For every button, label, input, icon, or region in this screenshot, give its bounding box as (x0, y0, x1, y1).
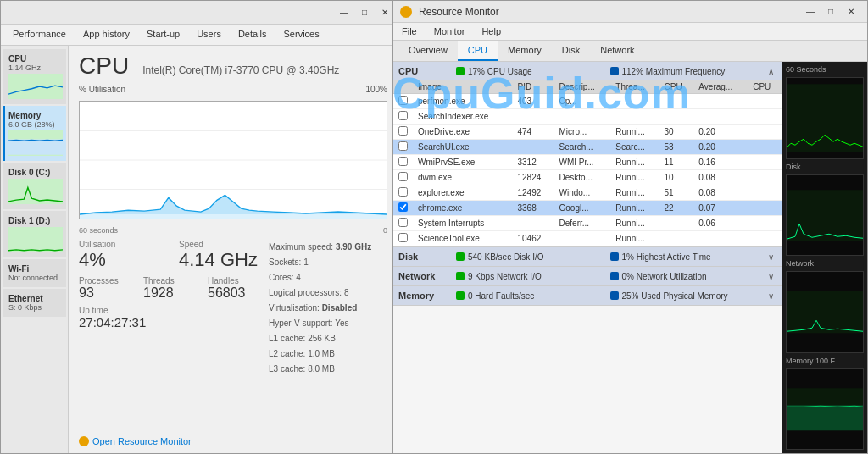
rm-menu-help[interactable]: Help (478, 25, 504, 38)
row-checkbox[interactable] (393, 216, 413, 231)
rm-cpu-expand-icon[interactable]: ∧ (764, 64, 777, 78)
cpu-table-row[interactable]: WmiPrvSE.exe 3312 WMI Pr... Runni... 11 … (393, 155, 782, 170)
tab-users[interactable]: Users (188, 25, 230, 45)
row-checkbox[interactable] (393, 94, 413, 109)
col-desc[interactable]: Descrip... (554, 80, 611, 94)
col-image[interactable]: Image (413, 80, 512, 94)
row-cpu2 (748, 231, 782, 246)
tm-cpu-panel: CPU Intel(R) Core(TM) i7-3770 CPU @ 3.40… (69, 46, 398, 453)
tab-details[interactable]: Details (230, 25, 275, 45)
sidebar-item-wifi[interactable]: Wi-Fi Not connected (3, 259, 66, 287)
tab-app-history[interactable]: App history (75, 25, 138, 45)
cpu-right-graph (786, 77, 864, 159)
row-checkbox[interactable] (393, 109, 413, 125)
rm-disk-expand-icon[interactable]: ∨ (764, 250, 777, 263)
row-checkbox[interactable] (393, 170, 413, 185)
row-image: dwm.exe (413, 170, 512, 185)
cpu-table-row[interactable]: SearchIndexer.exe (393, 109, 782, 125)
maximize-button[interactable]: □ (355, 5, 374, 20)
col-threads[interactable]: Threa... (610, 80, 659, 94)
cpu-table-row[interactable]: dwm.exe 12824 Deskto... Runni... 10 0.08 (393, 170, 782, 185)
rm-tab-overview[interactable]: Overview (398, 41, 458, 61)
sidebar-item-disk0[interactable]: Disk 0 (C:) (3, 163, 66, 209)
cpu-table-row[interactable]: explorer.exe 12492 Windo... Runni... 51 … (393, 185, 782, 201)
rm-disk-header[interactable]: Disk 540 KB/sec Disk I/O 1% Highest Acti… (393, 247, 782, 266)
row-desc: Deskto... (554, 170, 611, 185)
row-cpu2 (748, 216, 782, 231)
cpu-table-row[interactable]: OneDrive.exe 474 Micro... Runni... 30 0.… (393, 125, 782, 140)
network-graph-area (786, 271, 864, 353)
rm-cpu-section-header[interactable]: CPU 17% CPU Usage 112% Maximum Frequency… (393, 62, 782, 80)
sidebar-item-memory[interactable]: Memory 6.0 GB (28%) (3, 106, 66, 161)
row-avg (693, 231, 748, 246)
minimize-button[interactable]: — (335, 5, 353, 20)
cpu-table-row[interactable]: chrome.exe 3368 Googl... Runni... 22 0.0… (393, 201, 782, 216)
close-button[interactable]: ✕ (376, 5, 394, 20)
row-image: perfmon.exe (413, 94, 512, 109)
cpu-table-row[interactable]: System Interrupts - Deferr... Runni... 0… (393, 216, 782, 231)
rm-tab-cpu[interactable]: CPU (458, 41, 498, 61)
cpu-table-row[interactable]: perfmon.exe 403 Cp... (393, 94, 782, 109)
rm-network-header[interactable]: Network 9 Kbps Network I/O 0% Network Ut… (393, 267, 782, 285)
col-pid[interactable]: PID (512, 80, 554, 94)
row-cpu2 (748, 201, 782, 216)
rm-memory-header[interactable]: Memory 0 Hard Faults/sec 25% Used Physic… (393, 286, 782, 305)
row-checkbox[interactable] (393, 201, 413, 216)
row-avg (693, 109, 748, 125)
rm-tab-network[interactable]: Network (590, 41, 644, 61)
tm-sidebar: CPU 1.14 GHz Memory 6.0 GB (28%) (1, 46, 69, 453)
row-cpu2 (748, 109, 782, 125)
rm-tab-memory[interactable]: Memory (498, 41, 552, 61)
tab-performance[interactable]: Performance (4, 25, 75, 45)
memory-mini-graph (8, 130, 63, 156)
row-checkbox[interactable] (393, 140, 413, 155)
row-cpu2 (748, 125, 782, 140)
rm-menu-file[interactable]: File (398, 25, 420, 38)
rm-app-icon (400, 6, 412, 18)
graph-memory-label: Memory 100 F (786, 357, 864, 365)
row-cpu: 30 (659, 125, 694, 140)
cpu-process-table: Image PID Descrip... Threa... CPU Averag… (393, 80, 782, 246)
col-avg[interactable]: Averag... (693, 80, 748, 94)
row-checkbox[interactable] (393, 185, 413, 201)
utilisation-stat: Utilisation 4% (79, 240, 169, 271)
sidebar-item-ethernet[interactable]: Ethernet S: 0 Kbps (3, 289, 66, 317)
rm-maximize-button[interactable]: □ (821, 4, 840, 19)
rm-network-expand-icon[interactable]: ∨ (764, 269, 777, 283)
sidebar-item-cpu[interactable]: CPU 1.14 GHz (3, 49, 66, 104)
rm-minimize-button[interactable]: — (801, 4, 820, 19)
cpu-indicator-dot2 (610, 67, 619, 75)
row-image: OneDrive.exe (413, 125, 512, 140)
row-avg: 0.08 (693, 185, 748, 201)
memory-right-graph (786, 368, 864, 451)
row-threads: Runni... (610, 201, 659, 216)
cpu-table-row[interactable]: SearchUI.exe Search... Searc... 53 0.20 (393, 140, 782, 155)
row-checkbox[interactable] (393, 125, 413, 140)
svg-rect-0 (8, 139, 63, 154)
row-avg: 0.07 (693, 201, 748, 216)
cpu-table-row[interactable]: ScienceTool.exe 10462 Runni... (393, 231, 782, 246)
rm-cpu-indicator2: 112% Maximum Frequency (610, 67, 758, 76)
rm-close-button[interactable]: ✕ (842, 4, 860, 19)
row-cpu: 10 (659, 170, 694, 185)
rm-tabs: Overview CPU Memory Disk Network (393, 41, 867, 62)
col-checkbox (393, 80, 413, 94)
row-image: ScienceTool.exe (413, 231, 512, 246)
rm-menu-monitor[interactable]: Monitor (431, 25, 469, 38)
rm-tab-disk[interactable]: Disk (552, 41, 590, 61)
row-pid: 12824 (512, 170, 554, 185)
open-resource-monitor-link[interactable]: Open Resource Monitor (79, 431, 387, 446)
sidebar-item-disk1[interactable]: Disk 1 (D:) (3, 211, 66, 257)
rm-menu-bar: File Monitor Help (393, 23, 867, 41)
row-checkbox[interactable] (393, 155, 413, 170)
task-manager-content: CPU 1.14 GHz Memory 6.0 GB (28%) (1, 46, 398, 453)
col-cpu[interactable]: CPU (659, 80, 694, 94)
rm-memory-expand-icon[interactable]: ∨ (764, 289, 777, 302)
resource-monitor-window: Resource Monitor — □ ✕ File Monitor Help… (392, 0, 868, 454)
row-cpu2 (748, 185, 782, 201)
rm-disk-section: Disk 540 KB/sec Disk I/O 1% Highest Acti… (393, 247, 782, 267)
tab-services[interactable]: Services (275, 25, 328, 45)
col-cpu2[interactable]: CPU (748, 80, 782, 94)
row-checkbox[interactable] (393, 231, 413, 246)
tab-startup[interactable]: Start-up (138, 25, 188, 45)
